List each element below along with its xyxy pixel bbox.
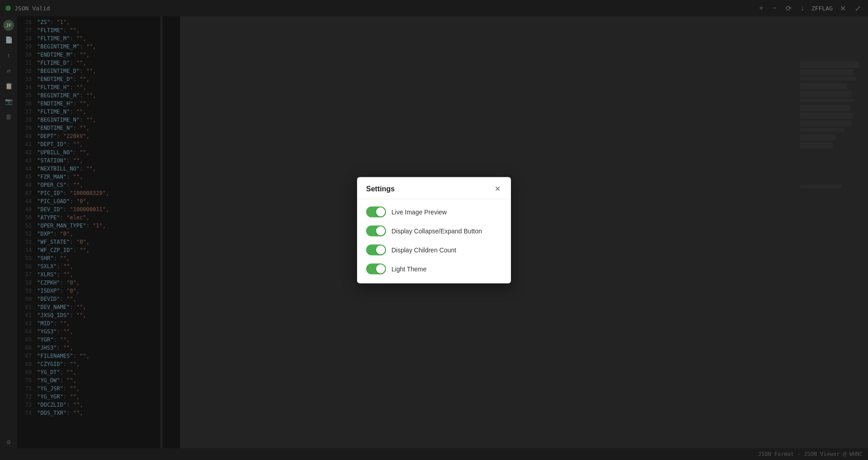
setting-label-live-image-preview: Live Image Preview bbox=[391, 208, 447, 215]
settings-modal: Settings ✕ Live Image PreviewDisplay Col… bbox=[357, 177, 511, 283]
toggle-light-theme[interactable] bbox=[366, 263, 386, 274]
setting-label-light-theme: Light Theme bbox=[391, 265, 427, 272]
setting-label-display-children-count: Display Children Count bbox=[391, 246, 456, 253]
modal-body: Live Image PreviewDisplay Collapse/Expan… bbox=[357, 199, 511, 283]
setting-row-display-children-count: Display Children Count bbox=[366, 244, 502, 255]
modal-close-button[interactable]: ✕ bbox=[493, 184, 502, 193]
modal-title: Settings bbox=[366, 185, 395, 193]
toggle-display-collapse-expand[interactable] bbox=[366, 225, 386, 236]
modal-header: Settings ✕ bbox=[357, 177, 511, 199]
setting-label-display-collapse-expand: Display Collapse/Expand Button bbox=[391, 227, 482, 234]
setting-row-live-image-preview: Live Image Preview bbox=[366, 206, 502, 217]
setting-row-light-theme: Light Theme bbox=[366, 263, 502, 274]
setting-row-display-collapse-expand: Display Collapse/Expand Button bbox=[366, 225, 502, 236]
toggle-display-children-count[interactable] bbox=[366, 244, 386, 255]
toggle-live-image-preview[interactable] bbox=[366, 206, 386, 217]
